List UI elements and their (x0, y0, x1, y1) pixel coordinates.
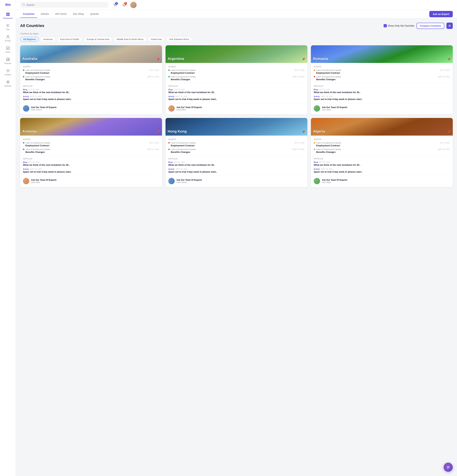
sidebar-item-title[interactable]: Title (0, 21, 16, 33)
region-chip[interactable]: East Asia & Pacific (57, 37, 82, 42)
divider (23, 155, 159, 156)
article-title[interactable]: What we think of the new lockdown for 20… (23, 164, 159, 166)
alert-type: Labor & Employment Update (26, 148, 50, 150)
sidebar-item-tasks[interactable]: Tasks (0, 44, 16, 55)
article-item: Article SEPT 19, 2021 Spain set to trial… (314, 95, 450, 101)
pin-icon[interactable]: 📌 (447, 130, 451, 134)
notification-badge: 0 (124, 2, 127, 5)
alert-item: Labor & Employment Update OCT 2, 2021 Em… (314, 69, 450, 74)
sidebar-item-settings[interactable]: Settings (0, 78, 16, 89)
region-chip[interactable]: Middle East & North Africa (114, 37, 146, 42)
user-avatar[interactable] (130, 2, 137, 8)
alert-date: SEPT 10, 2021 (292, 76, 305, 78)
pin-icon[interactable]: 📌 (447, 58, 451, 61)
article-title[interactable]: Spain set to trial 4-day week in phases … (168, 170, 305, 173)
expert-cta[interactable]: Ask Our Team Of Experts (31, 106, 57, 109)
alert-dot (314, 149, 315, 150)
expert-name: John Mark (322, 109, 347, 111)
alert-item: Labor & Employment Update SEPT 10, 2021 … (23, 148, 159, 153)
region-chip[interactable]: South Asia (148, 37, 165, 42)
article-title[interactable]: Spain set to trial 4-day week in phases … (23, 170, 159, 173)
expert-cta[interactable]: Ask Our Team Of Experts (176, 179, 202, 181)
article-date: SEPT 19, 2021 (30, 95, 42, 97)
pin-icon[interactable]: 📌 (156, 130, 160, 134)
svg-point-10 (7, 70, 9, 71)
tab-docshop[interactable]: Doc Shop (70, 10, 87, 18)
alert-dot (23, 69, 24, 71)
article-item: Article SEPT 19, 2021 Spain set to trial… (168, 95, 305, 101)
alert-row: Labor & Employment Update OCT 2, 2021 (168, 142, 305, 144)
expert-name: John Mark (322, 181, 347, 183)
tab-countries[interactable]: Countries (20, 10, 37, 18)
sidebar-item-insights[interactable]: Insights (0, 67, 16, 78)
article-title[interactable]: What we think of the new lockdown for 20… (23, 91, 159, 94)
search-input[interactable] (26, 4, 106, 6)
expert-name: Pelle James (176, 181, 202, 183)
pin-icon[interactable]: 📌 (302, 58, 305, 61)
divider (168, 155, 305, 156)
top-navigation: 2 0 (16, 0, 457, 10)
article-type: Article (168, 168, 174, 170)
article-title[interactable]: Spain set to trial 4-day week in phases … (23, 98, 159, 101)
card-image: Armenia 📌 (20, 118, 162, 136)
tab-articles[interactable]: Articles (38, 10, 52, 18)
article-title[interactable]: What we think of the new lockdown for 20… (168, 91, 305, 94)
search-bar[interactable] (20, 2, 108, 8)
notification-button[interactable]: 0 (121, 2, 127, 8)
expert-cta[interactable]: Ask Our Team Of Experts (176, 106, 202, 109)
tab-hrforum[interactable]: HR Forum (53, 10, 70, 18)
article-date: SEPT 19, 2021 (176, 168, 187, 170)
sidebar-item-reports[interactable]: Reports (0, 55, 16, 67)
divider (314, 83, 450, 83)
ask-expert-button[interactable]: Ask an Expert (429, 11, 453, 17)
article-type: Article (314, 95, 320, 97)
sidebar-item-people[interactable]: People (0, 33, 16, 44)
sidebar-item-label: Title (6, 28, 9, 31)
show-favorites-control[interactable]: ✓ Show Only My Favorites (384, 24, 415, 27)
close-button[interactable] (446, 23, 453, 29)
alert-dot (168, 149, 170, 150)
sidebar-item-dashboard[interactable]: Dashboard (0, 10, 16, 21)
tab-queries[interactable]: Queries (87, 10, 102, 18)
article-type: Blog (314, 88, 318, 91)
compare-countries-button[interactable]: Compare Countries (417, 23, 444, 29)
svg-rect-8 (7, 47, 9, 50)
alert-type: Labor & Employment Update (171, 69, 196, 71)
expert-cta[interactable]: Ask Our Team Of Experts (322, 106, 347, 109)
article-title[interactable]: Spain set to trial 4-day week in phases … (168, 98, 305, 101)
alert-type: Labor & Employment Update (171, 148, 196, 150)
svg-point-11 (7, 81, 9, 83)
country-card-australia: Australia 📌 ALERTS Labor & Employment Up… (20, 45, 162, 114)
region-chip[interactable]: Sub Saharan Africa (166, 37, 192, 42)
svg-point-17 (448, 467, 448, 467)
article-item: Article SEPT 19, 2021 Spain set to trial… (23, 168, 159, 173)
chat-bubble-button[interactable]: AI (444, 463, 453, 472)
pin-icon[interactable]: 📌 (156, 58, 160, 61)
article-type: Article (168, 95, 174, 97)
expert-cta[interactable]: Ask Our Team Of Experts (322, 179, 347, 181)
region-chip[interactable]: Americas (40, 37, 56, 42)
region-chip[interactable]: All Regions (20, 37, 39, 42)
alerts-section-label: ALERTS (314, 138, 450, 140)
region-chip[interactable]: Europe & Central Asia (84, 37, 112, 42)
pin-icon[interactable]: 📌 (302, 130, 305, 134)
cart-button[interactable]: 2 (112, 2, 118, 8)
article-title[interactable]: What we think of the new lockdown for 20… (314, 164, 450, 166)
card-image: Algeria 📌 (311, 118, 453, 136)
article-title[interactable]: What we think of the new lockdown for 20… (168, 164, 305, 166)
alert-row: Labor & Employment Update SEPT 10, 2021 (168, 148, 305, 150)
alert-type: Labor & Employment Update (316, 148, 341, 150)
alert-item: Labor & Employment Update SEPT 10, 2021 … (23, 76, 159, 81)
article-title[interactable]: Spain set to trial 4-day week in phases … (314, 170, 450, 173)
favorites-checkbox[interactable]: ✓ (384, 24, 387, 27)
article-title[interactable]: Spain set to trial 4-day week in phases … (314, 98, 450, 101)
alert-item: Labor & Employment Update SEPT 10, 2021 … (314, 148, 450, 153)
article-meta: Article SEPT 19, 2021 (23, 95, 159, 97)
card-body: ALERTS Labor & Employment Update OCT 2, … (20, 136, 162, 187)
article-date: OCT 23, 2021 (174, 161, 185, 163)
article-title[interactable]: What we think of the new lockdown for 20… (314, 91, 450, 94)
alert-row: Labor & Employment Update SEPT 10, 2021 (23, 76, 159, 78)
expert-cta[interactable]: Ask Our Team Of Experts (31, 179, 57, 181)
expert-name: Pelle James (31, 109, 57, 111)
alert-item: Labor & Employment Update OCT 2, 2021 Em… (168, 69, 305, 74)
